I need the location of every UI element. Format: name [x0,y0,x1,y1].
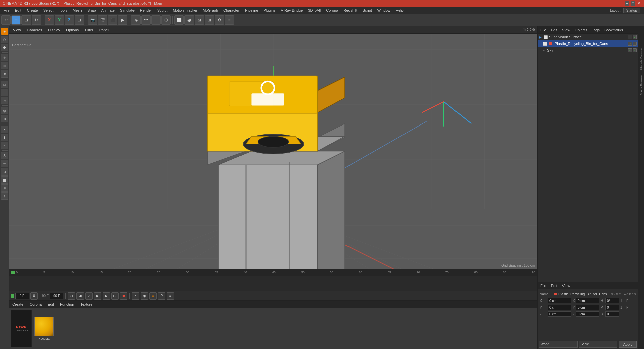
lt-uv-mode[interactable]: ⬣ [1,44,8,51]
menu-corona[interactable]: Corona [324,8,340,13]
lt-model-mode[interactable]: ◈ [1,28,8,35]
mat-menu-create[interactable]: Create [11,302,25,307]
lt-smooth[interactable]: ~ [1,142,8,149]
lt-dissolve[interactable]: ⊘ [1,168,8,176]
viewport-menu-display[interactable]: Display [46,27,62,33]
menu-simulate[interactable]: Simulate [118,8,137,13]
obj-menu-file[interactable]: File [539,27,548,33]
object-mode-button[interactable]: ◈ [131,15,141,25]
mat-menu-corona[interactable]: Corona [28,302,43,307]
menu-edit[interactable]: Edit [13,8,24,13]
lt-extrude[interactable]: ⬆ [1,134,8,141]
lt-live-select[interactable]: ◎ [1,107,8,114]
menu-plugins[interactable]: Plugins [261,8,278,13]
scene-browser-tab[interactable]: Scene Browser [639,73,644,97]
render-region-button[interactable]: 📷 [88,15,97,25]
tl-goto-end-button[interactable]: ⏭ [111,292,119,300]
lt-magnet[interactable]: ⊕ [1,115,8,122]
subdivision-check-2[interactable]: ✓ [633,35,637,39]
lt-texture-mode[interactable]: ⬡ [1,36,8,43]
menu-render[interactable]: Render [138,8,154,13]
lt-pull[interactable]: ↑ [1,192,8,200]
polygons-mode-button[interactable]: ⬡ [161,15,171,25]
sky-check-1[interactable]: ✓ [628,48,632,52]
coord-mode-dropdown[interactable]: World Object Parent [539,341,578,348]
obj-row-subdivision[interactable]: ▶ ⬜ Subdivision Surface ✓ ✓ [538,34,638,40]
menu-mesh[interactable]: Mesh [70,8,84,13]
attr-h-input[interactable] [605,298,619,303]
tl-mode-3[interactable]: ● [149,292,157,300]
lt-circle-select[interactable]: ○ [1,89,8,96]
lt-lasso-select[interactable]: ∿ [1,97,8,104]
wireframe-button[interactable]: ⊠ [195,15,204,25]
attr-b-input[interactable] [605,311,619,317]
menu-select[interactable]: Select [41,8,56,13]
attr-p-input[interactable] [605,305,619,310]
menu-character[interactable]: Character [221,8,242,13]
viewport-menu-panel[interactable]: Panel [98,27,110,33]
viewport-fullscreen-icon[interactable]: ⛶ [527,28,531,32]
material-item[interactable]: Recepta [34,317,54,340]
end-frame-input[interactable] [50,293,63,299]
undo-button[interactable]: ↩ [1,15,11,25]
attr-z2-input[interactable] [576,311,599,317]
menu-redshift[interactable]: Redshift [341,8,359,13]
attr-menu-edit[interactable]: Edit [550,283,559,288]
menu-sculpt[interactable]: Sculpt [155,8,170,13]
y-axis-button[interactable]: Y [55,15,64,25]
viewport-settings-icon[interactable]: ⚙ [532,28,535,32]
menu-3dtoall[interactable]: 3DToAll [306,8,323,13]
menu-motion-tracker[interactable]: Motion Tracker [170,8,200,13]
tl-mode-1[interactable]: ⚬ [132,292,139,300]
tl-play-button[interactable]: ▶ [94,292,101,300]
menu-vray[interactable]: V-Ray Bridge [279,8,305,13]
viewport-canvas[interactable]: Perspective [9,34,537,269]
attr-menu-file[interactable]: File [539,283,548,288]
tl-step-back-button[interactable]: ◀ [76,292,84,300]
viewport-menu-filter[interactable]: Filter [83,27,95,33]
tl-record-button[interactable]: ⏺ [120,292,127,300]
shading-button[interactable]: ◕ [184,15,194,25]
attr-y-input[interactable] [548,305,571,310]
menu-tools[interactable]: Tools [56,8,70,13]
attr-x2-input[interactable] [576,298,599,303]
attr-y2-input[interactable] [576,305,599,310]
menu-script[interactable]: Script [360,8,374,13]
lt-move-tool[interactable]: ✛ [1,54,8,61]
attr-menu-view[interactable]: View [561,283,572,288]
viewport-expand-icon[interactable]: ⊞ [523,28,526,32]
grid-button[interactable]: ⊞ [205,15,214,25]
obj-menu-objects[interactable]: Objects [573,27,588,33]
obj-menu-bookmarks[interactable]: Bookmarks [603,27,624,33]
lt-rotate-tool[interactable]: ↻ [1,70,8,78]
mat-menu-function[interactable]: Function [58,302,76,307]
menu-mograph[interactable]: MoGraph [200,8,220,13]
obj-menu-tags[interactable]: Tags [591,27,601,33]
tl-step-forward-button[interactable]: ▶ [103,292,110,300]
edges-mode-button[interactable]: ⋯ [151,15,161,25]
display-mode-button[interactable]: ⬜ [174,15,184,25]
x-axis-button[interactable]: X [45,15,54,25]
window-controls[interactable]: ─ □ ✕ [625,1,641,6]
lt-brush[interactable]: ⬤ [1,176,8,184]
attr-x-input[interactable] [548,298,571,303]
attribute-browser-tab[interactable]: Attribute Browser [639,46,644,72]
world-axis-button[interactable]: ⊡ [75,15,84,25]
sky-check-2[interactable]: ✓ [633,48,637,52]
menu-create[interactable]: Create [24,8,40,13]
lt-stamp[interactable]: ⊛ [1,184,8,192]
configure-button[interactable]: ⚙ [215,15,224,25]
viewport-menu-view[interactable]: View [11,27,23,33]
viewport-menu-options[interactable]: Options [64,27,80,33]
menu-file[interactable]: File [1,8,12,13]
render-to-po-button[interactable]: 🎬 [98,15,107,25]
menu-help[interactable]: Help [393,8,406,13]
move-tool-button[interactable]: ✛ [11,15,21,25]
tl-goto-start-button[interactable]: ⏮ [68,292,75,300]
tl-play-reverse-button[interactable]: ◁ [85,292,93,300]
tl-settings-btn[interactable]: ≡ [167,292,174,300]
frame-number-input[interactable] [29,294,39,298]
tl-mode-4[interactable]: P [158,292,165,300]
layout-value[interactable]: Startup [623,8,640,13]
lt-scale-tool[interactable]: ⊞ [1,62,8,69]
